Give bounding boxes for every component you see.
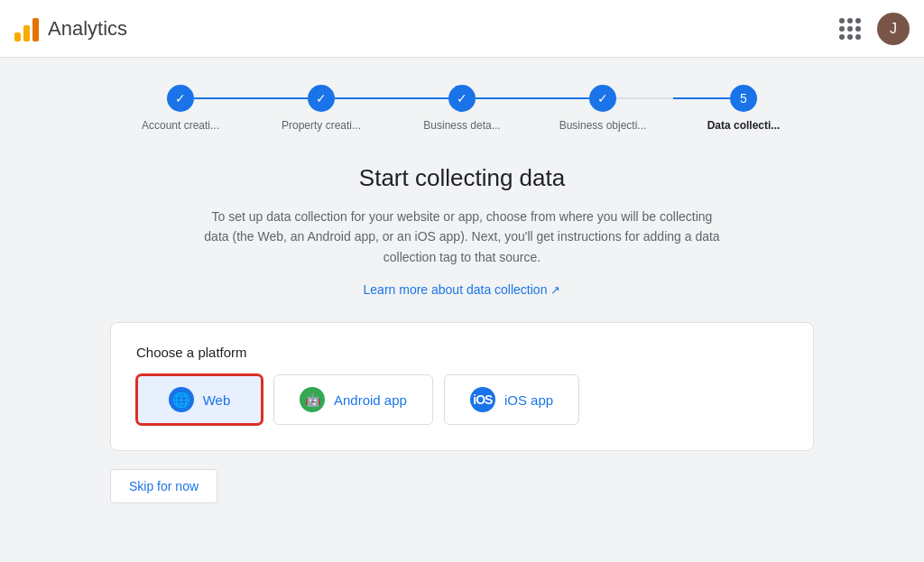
dot (855, 34, 861, 40)
step-2-circle: ✓ (308, 85, 335, 112)
step-4-circle: ✓ (589, 85, 616, 112)
dot (855, 18, 861, 23)
step-1-label: Account creati... (142, 119, 219, 132)
connector-1-2 (194, 97, 251, 99)
external-link-icon: ↗ (550, 283, 560, 297)
step-5-circle: 5 (730, 85, 757, 112)
step-4-header: ✓ (532, 85, 673, 112)
skip-button[interactable]: Skip for now (110, 469, 217, 503)
step-3-header: ✓ (392, 85, 532, 112)
skip-section: Skip for now (110, 469, 814, 503)
dot (847, 26, 853, 32)
learn-more-link[interactable]: Learn more about data collection ↗ (364, 282, 561, 297)
logo-bar-1 (14, 32, 21, 41)
logo-bar-2 (23, 25, 30, 41)
dot (847, 18, 853, 23)
step-3: ✓ Business deta... (392, 85, 532, 132)
web-platform-label: Web (203, 392, 231, 408)
android-platform-label: Android app (334, 392, 407, 408)
step-3-circle: ✓ (448, 85, 476, 112)
step-5-header: 5 (673, 85, 814, 112)
step-4: ✓ Business objecti... (532, 85, 673, 132)
setup-stepper: ✓ Account creati... ✓ Property creati... (110, 85, 814, 132)
ios-platform-label: iOS app (504, 392, 553, 408)
dot (855, 26, 861, 32)
platform-card: Choose a platform 🌐 Web 🤖 Android app iO… (110, 322, 814, 451)
connector-left-5 (673, 97, 730, 99)
step-2-label: Property creati... (282, 119, 361, 132)
connector-4-5 (616, 97, 673, 99)
apps-grid-icon (839, 18, 861, 40)
step-1-header: ✓ (110, 85, 251, 112)
dot (847, 34, 853, 40)
header-actions: J (834, 13, 910, 45)
main-content: ✓ Account creati... ✓ Property creati... (0, 58, 924, 562)
dot (839, 34, 845, 40)
checkmark-icon: ✓ (597, 91, 608, 106)
step-1: ✓ Account creati... (110, 85, 251, 132)
connector-left-3 (392, 97, 448, 99)
learn-more-text: Learn more about data collection (364, 282, 548, 297)
step-5-label: Data collecti... (707, 119, 781, 132)
step-2: ✓ Property creati... (251, 85, 392, 132)
logo-bar-3 (32, 18, 39, 41)
connector-2-3 (335, 97, 392, 99)
step-1-circle: ✓ (167, 85, 194, 112)
step-3-label: Business deta... (423, 119, 500, 132)
page-description: To set up data collection for your websi… (200, 207, 724, 267)
apps-button[interactable] (834, 13, 866, 45)
web-icon: 🌐 (169, 387, 194, 412)
android-icon: 🤖 (300, 387, 325, 412)
app-title: Analytics (48, 17, 127, 41)
web-platform-button[interactable]: 🌐 Web (136, 374, 263, 425)
dot (839, 18, 845, 23)
checkmark-icon: ✓ (175, 91, 186, 106)
step-4-label: Business objecti... (559, 119, 647, 132)
logo: Analytics (14, 16, 127, 41)
platform-card-label: Choose a platform (136, 345, 788, 360)
ios-icon: iOS (470, 387, 495, 412)
checkmark-icon: ✓ (316, 91, 327, 106)
analytics-logo-icon (14, 16, 39, 41)
page-content: Start collecting data To set up data col… (110, 164, 814, 503)
connector-3-4 (476, 97, 532, 99)
user-avatar[interactable]: J (877, 13, 910, 45)
connector-left-4 (532, 97, 589, 99)
dot (839, 26, 845, 32)
step-2-header: ✓ (251, 85, 392, 112)
connector-left-2 (251, 97, 308, 99)
app-header: Analytics J (0, 0, 924, 58)
platform-options: 🌐 Web 🤖 Android app iOS iOS app (136, 374, 788, 425)
page-title: Start collecting data (110, 164, 814, 192)
checkmark-icon: ✓ (457, 91, 467, 106)
android-platform-button[interactable]: 🤖 Android app (273, 374, 433, 425)
step-5-number: 5 (740, 91, 747, 106)
ios-platform-button[interactable]: iOS iOS app (444, 374, 579, 425)
step-5: 5 Data collecti... (673, 85, 814, 132)
